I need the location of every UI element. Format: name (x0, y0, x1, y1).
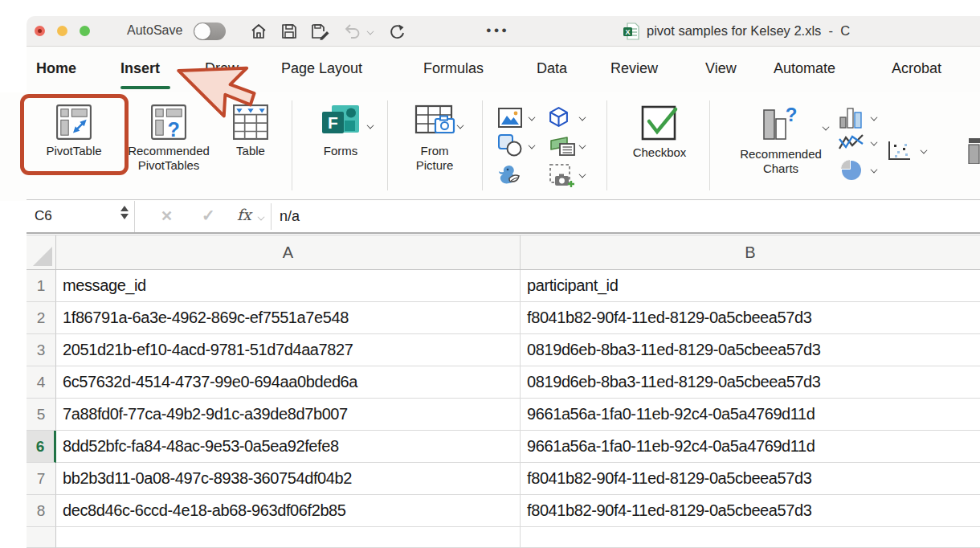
name-box[interactable]: C6 (27, 201, 135, 232)
undo-menu-chevron-icon[interactable] (367, 28, 374, 35)
scatter-chart-icon[interactable] (887, 141, 911, 162)
pie-chart-icon[interactable] (840, 159, 864, 181)
tab-automate[interactable]: Automate (774, 60, 835, 77)
cell-a9[interactable] (56, 527, 521, 548)
tab-view[interactable]: View (705, 60, 737, 77)
recommended-charts-chevron-icon (823, 124, 830, 131)
recommended-charts-button[interactable]: ? Recommended Charts (733, 104, 829, 176)
tab-page-layout[interactable]: Page Layout (281, 60, 362, 77)
svg-text:X: X (625, 28, 630, 36)
checkbox-button[interactable]: Checkbox (624, 104, 695, 160)
pie-chart-chevron-icon[interactable] (871, 166, 878, 174)
cell-b4[interactable]: 0819d6eb-8ba3-11ed-8129-0a5cbeea57d3 (521, 366, 980, 399)
pictures-chevron-icon[interactable] (529, 114, 536, 121)
3d-models-chevron-icon[interactable] (579, 114, 586, 121)
spinner-up-icon[interactable] (120, 206, 129, 211)
column-chart-icon[interactable] (839, 106, 863, 129)
row-header-selected[interactable]: 6 (27, 431, 56, 463)
row-header[interactable]: 5 (27, 399, 56, 431)
column-header-b[interactable]: B (521, 235, 980, 269)
cell-b7[interactable]: f8041b82-90f4-11ed-8129-0a5cbeea57d3 (521, 463, 980, 495)
from-picture-button[interactable]: From Picture (406, 104, 463, 173)
cell-b2[interactable]: f8041b82-90f4-11ed-8129-0a5cbeea57d3 (521, 302, 980, 334)
tab-insert[interactable]: Insert (120, 60, 160, 77)
chart-icon-partial[interactable] (968, 138, 980, 164)
sheet-rows: 1 message_id participant_id 2 1f86791a-6… (27, 270, 980, 548)
tab-review[interactable]: Review (610, 60, 658, 77)
forms-button[interactable]: F Forms (309, 104, 372, 158)
cancel-icon[interactable]: ✕ (161, 207, 173, 225)
tab-formulas[interactable]: Formulas (423, 60, 484, 77)
column-header-row: A B (27, 235, 980, 270)
cell-b5[interactable]: 9661a56a-1fa0-11eb-92c4-0a5a4769d11d (521, 399, 980, 431)
group-divider (292, 100, 292, 190)
enter-icon[interactable]: ✓ (202, 206, 215, 225)
cell-a1[interactable]: message_id (56, 270, 521, 302)
minimize-window-button[interactable] (57, 26, 67, 36)
table-row: 2 1f86791a-6a3e-4962-869c-ef7551a7e548 f… (27, 302, 980, 334)
from-picture-chevron-icon (457, 122, 464, 129)
icons-duck-icon[interactable] (498, 163, 522, 187)
scatter-chart-chevron-icon[interactable] (921, 147, 928, 154)
checkbox-icon (639, 104, 680, 142)
fx-chevron-icon[interactable] (258, 214, 265, 221)
shapes-chevron-icon[interactable] (529, 142, 536, 149)
shapes-icon[interactable] (498, 134, 522, 157)
home-icon[interactable] (250, 22, 267, 40)
cell-a8[interactable]: dec8d46c-6ccd-4e18-ab68-963df06f2b85 (56, 495, 521, 527)
cell-b6[interactable]: 9661a56a-1fa0-11eb-92c4-0a5a4769d11d (521, 431, 980, 463)
tab-home[interactable]: Home (36, 60, 76, 77)
row-header[interactable]: 2 (27, 302, 56, 334)
tab-acrobat[interactable]: Acrobat (892, 60, 941, 77)
cell-a3[interactable]: 2051d21b-ef10-4acd-9781-51d7d4aa7827 (56, 334, 521, 366)
line-chart-chevron-icon[interactable] (871, 139, 878, 146)
toggle-knob (194, 23, 210, 39)
table-row: 3 2051d21b-ef10-4acd-9781-51d7d4aa7827 0… (27, 334, 980, 366)
column-chart-chevron-icon[interactable] (871, 114, 878, 121)
cell-a5[interactable]: 7a88fd0f-77ca-49b2-9d1c-a39de8d7b007 (56, 399, 521, 431)
smartart-icon[interactable] (549, 137, 575, 156)
zoom-window-button[interactable] (80, 26, 90, 36)
cell-a6[interactable]: 8dd52bfc-fa84-48ac-9e53-0a5ea92fefe8 (56, 431, 521, 463)
select-all-corner[interactable] (27, 235, 56, 269)
line-chart-icon[interactable] (839, 133, 864, 152)
close-window-button[interactable] (35, 26, 45, 36)
column-header-a[interactable]: A (56, 235, 521, 269)
cell-b9[interactable] (521, 527, 980, 548)
row-header[interactable] (27, 527, 56, 548)
row-header[interactable]: 7 (27, 463, 56, 495)
row-header[interactable]: 8 (27, 495, 56, 527)
cell-a7[interactable]: bb2b3d11-0a08-497c-8938-360754df04b2 (56, 463, 521, 495)
table-row: 4 6c57632d-4514-4737-99e0-694aa0bded6a 0… (27, 366, 980, 399)
tab-data[interactable]: Data (537, 60, 567, 77)
cell-b3[interactable]: 0819d6eb-8ba3-11ed-8129-0a5cbeea57d3 (521, 334, 980, 366)
save-as-icon[interactable] (310, 22, 330, 40)
cell-a4[interactable]: 6c57632d-4514-4737-99e0-694aa0bded6a (56, 366, 521, 399)
forms-label: Forms (309, 144, 372, 158)
cell-b8[interactable]: f8041b82-90f4-11ed-8129-0a5cbeea57d3 (521, 495, 980, 527)
svg-text:F: F (328, 113, 338, 132)
forms-icon: F (321, 104, 361, 141)
screenshot-icon[interactable] (549, 163, 574, 189)
more-commands-icon[interactable]: ●●● (486, 25, 509, 35)
3d-models-icon[interactable] (548, 106, 570, 128)
autosave-toggle[interactable] (194, 22, 226, 40)
row-header[interactable]: 4 (27, 366, 56, 399)
row-header[interactable]: 1 (27, 270, 56, 302)
table-row: 1 message_id participant_id (27, 270, 980, 302)
name-box-spinner[interactable] (120, 206, 129, 219)
spinner-down-icon[interactable] (120, 214, 129, 219)
insert-function-icon[interactable]: fx (237, 206, 251, 223)
formula-input[interactable]: n/a (280, 208, 300, 225)
screenshot-chevron-icon[interactable] (579, 171, 586, 178)
row-header[interactable]: 3 (27, 334, 56, 366)
group-divider (709, 100, 710, 190)
from-picture-label-line2: Picture (406, 158, 463, 173)
recommended-charts-label-line1: Recommended (733, 147, 829, 162)
redo-refresh-icon[interactable] (388, 22, 406, 40)
cell-a2[interactable]: 1f86791a-6a3e-4962-869c-ef7551a7e548 (56, 302, 521, 334)
smartart-chevron-icon[interactable] (579, 142, 586, 149)
cell-b1[interactable]: participant_id (521, 270, 980, 302)
save-icon[interactable] (280, 22, 298, 40)
pictures-icon[interactable] (498, 108, 522, 128)
